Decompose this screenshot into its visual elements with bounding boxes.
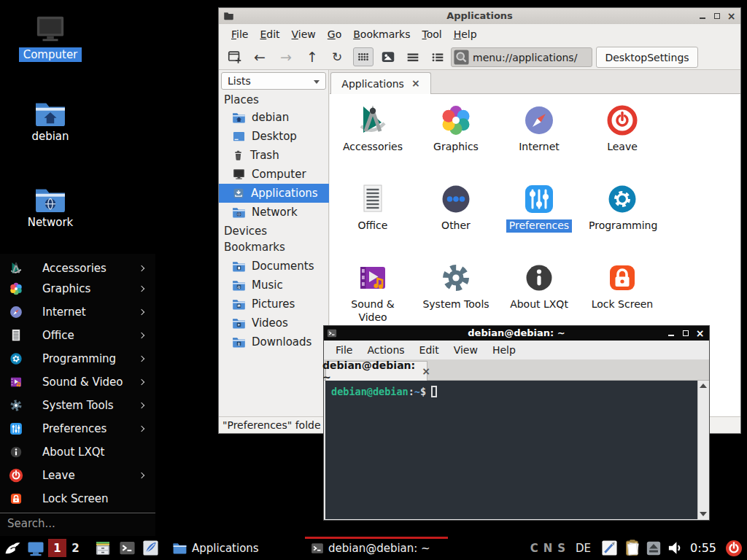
menu-item-internet[interactable]: Internet	[0, 300, 155, 324]
clock[interactable]: 0:55	[690, 541, 716, 555]
scroll-down-icon[interactable]	[700, 512, 707, 516]
app-item-programming[interactable]: Programming	[581, 176, 664, 254]
sidebar-mode-select[interactable]: Lists	[221, 72, 326, 90]
menu-go[interactable]: Go	[322, 27, 347, 42]
sidebar-item-network[interactable]: Network	[219, 203, 329, 222]
terminal-titlebar[interactable]: debian@debian: ~	[324, 326, 709, 341]
menu-item-programming[interactable]: Programming	[0, 347, 155, 370]
task-applications[interactable]: Applications	[166, 536, 305, 560]
app-item-preferences[interactable]: Preferences	[498, 176, 581, 254]
sidebar-item-music[interactable]: Music	[219, 276, 329, 295]
workspace-1-button[interactable]: 1	[48, 539, 66, 557]
submenu-arrow-icon	[139, 309, 144, 315]
menu-view[interactable]: View	[448, 343, 484, 357]
app-item-label: About LXQt	[503, 298, 576, 311]
menu-item-system-tools[interactable]: System Tools	[0, 394, 155, 417]
sidebar-item-label: Trash	[250, 149, 279, 162]
app-item-system-tools[interactable]: System Tools	[414, 254, 498, 333]
menu-file[interactable]: File	[330, 343, 358, 357]
icon-view-button[interactable]	[353, 47, 374, 66]
menu-file[interactable]: File	[226, 27, 253, 42]
app-item-office[interactable]: Office	[331, 176, 414, 254]
new-tab-button[interactable]	[225, 47, 245, 66]
desktop-settings-button[interactable]: DesktopSettings	[596, 47, 698, 68]
tray-screenshot-icon[interactable]	[597, 536, 622, 560]
maximize-button[interactable]	[681, 329, 690, 338]
thumbnail-view-button[interactable]	[378, 47, 398, 66]
start-menu-button[interactable]	[0, 536, 25, 560]
sidebar-item-trash[interactable]: Trash	[219, 146, 329, 165]
app-item-sound-video[interactable]: Sound & Video	[331, 254, 414, 333]
address-bar[interactable]: menu://applications/	[451, 47, 592, 67]
quicklaunch-featherpad-button[interactable]	[139, 536, 162, 560]
menu-actions[interactable]: Actions	[361, 343, 410, 357]
menu-item-about-lxqt[interactable]: About LXQt	[0, 440, 155, 464]
submenu-arrow-icon	[139, 472, 144, 478]
menu-tool[interactable]: Tool	[417, 27, 446, 42]
app-item-leave[interactable]: Leave	[581, 97, 664, 176]
quicklaunch-terminal-button[interactable]	[115, 536, 139, 560]
menu-help[interactable]: Help	[487, 343, 522, 357]
terminal-tab[interactable]: debian@debian: ~	[325, 361, 427, 381]
app-item-lock-screen[interactable]: Lock Screen	[581, 254, 664, 333]
app-item-accessories[interactable]: Accessories	[331, 97, 414, 176]
back-button[interactable]: ←	[249, 47, 270, 66]
clipboard-icon	[624, 539, 642, 557]
compact-view-button[interactable]	[403, 47, 423, 66]
leave-power-button[interactable]	[722, 536, 746, 560]
sidebar-item-applications[interactable]: Applications	[219, 184, 329, 203]
menu-view[interactable]: View	[287, 27, 321, 42]
file-manager-titlebar[interactable]: Applications	[219, 8, 740, 24]
task-terminal[interactable]: debian@debian: ~	[305, 536, 448, 560]
terminal-screen[interactable]: debian@debian:~$	[325, 381, 699, 519]
sidebar-item-documents[interactable]: Documents	[219, 257, 329, 276]
desktop-icon-computer[interactable]: Computer	[18, 15, 83, 62]
desktop-icon-network[interactable]: Network	[18, 185, 83, 230]
menu-item-preferences[interactable]: Preferences	[0, 417, 155, 440]
up-button[interactable]: ↑	[302, 47, 322, 66]
close-button[interactable]	[727, 12, 736, 21]
sidebar-item-videos[interactable]: Videos	[219, 314, 329, 332]
scroll-up-icon[interactable]	[700, 384, 707, 388]
close-button[interactable]	[695, 329, 705, 338]
menu-search-input[interactable]: Search...	[7, 517, 55, 530]
tray-clipboard-icon[interactable]	[622, 536, 643, 560]
keyboard-layout-indicator[interactable]: DE	[576, 542, 591, 555]
show-desktop-button[interactable]	[25, 536, 47, 560]
menu-bookmarks[interactable]: Bookmarks	[348, 27, 415, 42]
minimize-button[interactable]	[666, 329, 676, 338]
sidebar-item-downloads[interactable]: Downloads	[219, 332, 329, 351]
terminal-scrollbar[interactable]	[697, 381, 708, 519]
menu-help[interactable]: Help	[449, 27, 482, 42]
menu-item-lock-screen[interactable]: Lock Screen	[0, 487, 155, 510]
leave-icon	[9, 468, 23, 483]
menu-item-sound-video[interactable]: Sound & Video	[0, 370, 155, 394]
app-item-other[interactable]: Other	[414, 176, 498, 254]
quicklaunch-file-manager-button[interactable]	[90, 536, 115, 560]
sidebar-item-computer[interactable]: Computer	[219, 165, 329, 184]
tray-volume-icon[interactable]	[664, 536, 686, 560]
desktop-icon-debian[interactable]: debian	[18, 99, 83, 144]
minimize-button[interactable]	[697, 12, 707, 21]
detailed-view-button[interactable]	[427, 47, 448, 66]
menu-item-leave[interactable]: Leave	[0, 464, 155, 487]
reload-button[interactable]: ↻	[327, 47, 347, 66]
app-item-internet[interactable]: Internet	[498, 97, 581, 176]
tab-close-icon[interactable]	[422, 366, 430, 377]
sidebar-item-debian[interactable]: debian	[219, 108, 329, 127]
sidebar-item-desktop[interactable]: Desktop	[219, 127, 329, 146]
tab-close-icon[interactable]	[411, 78, 420, 89]
forward-button[interactable]: →	[276, 47, 296, 66]
app-item-about-lxqt[interactable]: About LXQt	[498, 254, 581, 333]
menu-edit[interactable]: Edit	[414, 343, 445, 357]
tab-applications[interactable]: Applications	[330, 72, 431, 94]
tray-removable-media-icon[interactable]	[643, 536, 664, 560]
menu-item-graphics[interactable]: Graphics	[0, 277, 155, 300]
menu-item-office[interactable]: Office	[0, 324, 155, 347]
maximize-button[interactable]	[712, 12, 721, 21]
sidebar-item-pictures[interactable]: Pictures	[219, 295, 329, 314]
workspace-2-button[interactable]: 2	[66, 539, 85, 557]
app-item-graphics[interactable]: Graphics	[414, 97, 498, 176]
menu-edit[interactable]: Edit	[255, 27, 285, 42]
taskbar: 1 2 Applications debian@debian: ~ C N S …	[0, 536, 747, 560]
